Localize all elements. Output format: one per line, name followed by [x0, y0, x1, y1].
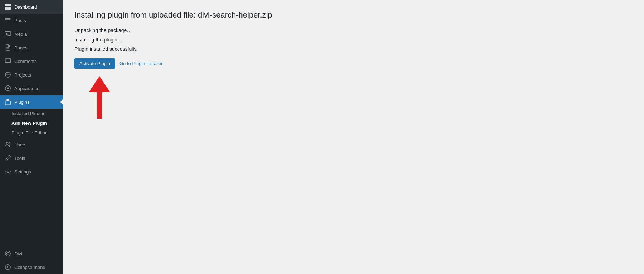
- sidebar-item-users[interactable]: Users: [0, 138, 63, 151]
- settings-icon: [4, 168, 11, 175]
- sidebar: Dashboard Posts Media Pages Comments Pro…: [0, 0, 63, 274]
- sidebar-label-projects: Projects: [14, 72, 31, 78]
- svg-rect-1: [8, 4, 11, 6]
- sidebar-label-dashboard: Dashboard: [14, 4, 37, 10]
- main-content: Installing plugin from uploaded file: di…: [63, 0, 644, 274]
- pages-icon: [4, 44, 11, 51]
- sidebar-item-plugins[interactable]: Plugins: [0, 95, 63, 109]
- sidebar-label-comments: Comments: [14, 59, 37, 64]
- sidebar-item-collapse[interactable]: Collapse menu: [0, 260, 63, 274]
- sidebar-item-projects[interactable]: Projects: [0, 68, 63, 82]
- sidebar-item-appearance[interactable]: Appearance: [0, 82, 63, 95]
- sidebar-label-settings: Settings: [14, 169, 31, 175]
- media-icon: [4, 30, 11, 38]
- submenu-add-new-plugin[interactable]: Add New Plugin: [0, 118, 63, 128]
- sidebar-item-tools[interactable]: Tools: [0, 151, 63, 165]
- svg-point-20: [5, 251, 10, 256]
- divi-icon: [4, 250, 11, 257]
- svg-point-19: [7, 171, 9, 172]
- svg-rect-23: [97, 90, 102, 119]
- status-unpacking: Unpacking the package…: [74, 28, 633, 33]
- sidebar-item-settings[interactable]: Settings: [0, 165, 63, 178]
- svg-rect-2: [5, 7, 8, 10]
- sidebar-label-plugins: Plugins: [14, 99, 30, 105]
- collapse-icon: [4, 264, 11, 271]
- svg-rect-0: [5, 4, 8, 6]
- sidebar-label-appearance: Appearance: [14, 86, 39, 91]
- sidebar-bottom: Divi Collapse menu: [0, 247, 63, 274]
- sidebar-item-dashboard[interactable]: Dashboard: [0, 0, 63, 14]
- svg-point-17: [6, 142, 8, 144]
- users-icon: [4, 141, 11, 148]
- svg-rect-14: [5, 101, 10, 105]
- sidebar-item-media[interactable]: Media: [0, 27, 63, 41]
- sidebar-label-collapse: Collapse menu: [14, 265, 45, 270]
- tools-icon: [4, 155, 11, 162]
- arrow-container: [74, 74, 633, 121]
- status-success: Plugin installed successfully.: [74, 46, 633, 52]
- posts-icon: [4, 17, 11, 24]
- sidebar-label-media: Media: [14, 31, 27, 37]
- sidebar-item-comments[interactable]: Comments: [0, 54, 63, 68]
- svg-point-21: [6, 252, 9, 255]
- activate-plugin-button[interactable]: Activate Plugin: [74, 58, 115, 69]
- submenu-installed-plugins[interactable]: Installed Plugins: [0, 109, 63, 118]
- sidebar-label-divi: Divi: [14, 251, 22, 256]
- sidebar-item-pages[interactable]: Pages: [0, 41, 63, 54]
- sidebar-label-posts: Posts: [14, 18, 26, 23]
- go-to-installer-link[interactable]: Go to Plugin Installer: [119, 61, 163, 66]
- appearance-icon: [4, 85, 11, 92]
- status-installing: Installing the plugin…: [74, 37, 633, 43]
- sidebar-label-pages: Pages: [14, 45, 28, 50]
- svg-point-22: [5, 265, 10, 270]
- submenu-plugin-file-editor[interactable]: Plugin File Editor: [0, 128, 63, 138]
- sidebar-label-tools: Tools: [14, 156, 25, 161]
- page-title: Installing plugin from uploaded file: di…: [74, 10, 633, 20]
- svg-rect-3: [8, 7, 11, 10]
- sidebar-label-users: Users: [14, 142, 26, 147]
- dashboard-icon: [4, 3, 11, 10]
- plugins-submenu: Installed Plugins Add New Plugin Plugin …: [0, 109, 63, 138]
- plugins-icon: [4, 98, 11, 106]
- comments-icon: [4, 58, 11, 65]
- sidebar-item-posts[interactable]: Posts: [0, 14, 63, 27]
- svg-point-12: [7, 87, 9, 89]
- svg-point-18: [9, 142, 10, 144]
- svg-marker-24: [89, 76, 110, 92]
- sidebar-item-divi[interactable]: Divi: [0, 247, 63, 260]
- projects-icon: [4, 71, 11, 78]
- red-arrow: [89, 74, 110, 121]
- action-buttons: Activate Plugin Go to Plugin Installer: [74, 58, 633, 69]
- svg-point-5: [6, 33, 8, 34]
